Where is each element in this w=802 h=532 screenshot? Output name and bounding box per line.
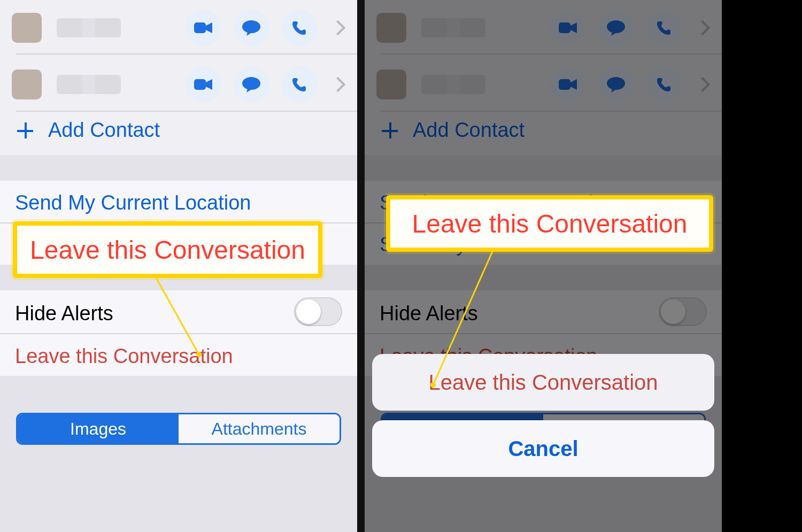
svg-point-1: [242, 20, 260, 33]
speech-bubble-icon: [242, 76, 260, 92]
speech-bubble-icon: [242, 20, 260, 36]
avatar: [12, 70, 42, 99]
segment-images[interactable]: Images: [18, 414, 179, 443]
disclosure-chevron[interactable]: [333, 22, 343, 33]
leave-conversation-button[interactable]: Leave this Conversation: [15, 345, 233, 368]
contact-row[interactable]: [0, 60, 357, 109]
call-button[interactable]: [281, 10, 318, 46]
right-pane: Add Contact Send My Current Location Sha…: [365, 0, 722, 532]
video-call-button[interactable]: [185, 10, 221, 46]
divider: [0, 333, 357, 334]
segment-attachments[interactable]: Attachments: [179, 414, 340, 443]
phone-icon: [292, 77, 307, 92]
action-sheet-cancel-label: Cancel: [508, 437, 578, 461]
contact-row[interactable]: [0, 3, 357, 52]
svg-rect-2: [194, 79, 206, 90]
contact-name: [57, 75, 121, 94]
message-button[interactable]: [233, 66, 269, 103]
action-sheet-cancel[interactable]: Cancel: [372, 420, 714, 477]
divider: [16, 53, 357, 55]
avatar: [12, 13, 42, 43]
video-call-button[interactable]: [185, 66, 221, 103]
callout-text: Leave this Conversation: [412, 209, 688, 238]
action-sheet-leave-label: Leave this Conversation: [428, 371, 658, 395]
call-button[interactable]: [281, 66, 318, 103]
pane-separator: [357, 0, 365, 532]
add-contact-button[interactable]: Add Contact: [16, 119, 160, 142]
svg-point-3: [242, 77, 260, 90]
section-spacer: [0, 376, 357, 532]
svg-rect-0: [194, 22, 206, 33]
plus-icon: [16, 121, 34, 140]
divider: [16, 111, 357, 112]
chevron-right-icon: [330, 20, 345, 35]
chevron-right-icon: [330, 77, 345, 92]
left-pane: Add Contact Send My Current Location Sha…: [0, 0, 357, 532]
add-contact-label: Add Contact: [48, 119, 160, 142]
action-sheet-leave[interactable]: Leave this Conversation: [372, 354, 714, 411]
video-icon: [194, 21, 212, 34]
video-icon: [194, 78, 212, 91]
contact-name: [57, 18, 121, 37]
callout-text: Leave this Conversation: [30, 235, 305, 265]
media-segmented-control[interactable]: Images Attachments: [16, 413, 341, 445]
callout-leave: Leave this Conversation: [386, 195, 713, 252]
hide-alerts-label: Hide Alerts: [15, 302, 113, 325]
send-location-button[interactable]: Send My Current Location: [15, 191, 251, 214]
section-spacer: [0, 155, 357, 181]
hide-alerts-toggle[interactable]: [294, 297, 342, 326]
toggle-knob: [296, 299, 321, 324]
phone-icon: [292, 20, 307, 35]
disclosure-chevron[interactable]: [333, 79, 343, 90]
callout-leave: Leave this Conversation: [13, 221, 322, 278]
message-button[interactable]: [233, 10, 269, 46]
